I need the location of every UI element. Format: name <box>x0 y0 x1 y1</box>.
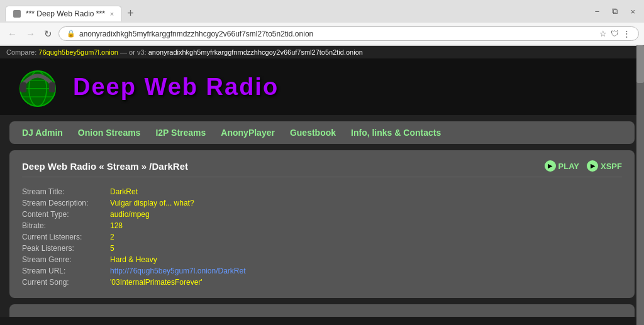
field-value: DarkRet <box>110 186 622 197</box>
scrollbar-thumb[interactable] <box>636 45 644 83</box>
back-button[interactable]: ← <box>5 27 19 40</box>
field-value: 5 <box>110 243 622 254</box>
tab-close-btn[interactable]: × <box>110 10 114 18</box>
nav-item-guestbook[interactable]: Guestbook <box>290 128 336 138</box>
field-label: Current Listeners: <box>22 231 110 243</box>
field-label: Peak Listeners: <box>22 243 110 254</box>
play-icon: ▶ <box>545 160 556 172</box>
nav-item-anony-player[interactable]: AnonyPlayer <box>221 128 275 138</box>
scrollbar-track[interactable] <box>636 45 644 325</box>
tab-title: *** Deep Web Radio *** <box>26 9 105 18</box>
browser-tab[interactable]: *** Deep Web Radio *** × <box>5 6 122 21</box>
page-body: Compare: 76qugh5bey5gum7l.onion — or v3:… <box>0 46 644 317</box>
bottom-card <box>9 304 635 317</box>
stream-field-row: Current Song:'03InternalPrimatesForever' <box>22 277 622 288</box>
compare-bar: Compare: 76qugh5bey5gum7l.onion — or v3:… <box>0 46 644 58</box>
stream-field-row: Peak Listeners:5 <box>22 243 622 254</box>
field-value: '03InternalPrimatesForever' <box>110 277 622 288</box>
nav-item-i2p-streams[interactable]: I2P Streams <box>155 128 206 138</box>
xspf-button[interactable]: ▶ XSPF <box>587 160 622 172</box>
field-label: Stream Description: <box>22 197 110 209</box>
address-text: anonyradixhkgh5myfrkarggfnmdzzhhcgoy2v66… <box>79 30 596 38</box>
site-title: Deep Web Radio <box>73 74 279 101</box>
stream-field-row: Stream Genre:Hard & Heavy <box>22 254 622 265</box>
nav-item-onion-streams[interactable]: Onion Streams <box>78 128 141 138</box>
stream-field-row: Content Type:audio/mpeg <box>22 209 622 220</box>
field-value: 128 <box>110 220 622 231</box>
stream-breadcrumb: Deep Web Radio « Stream » /DarkRet <box>22 161 188 172</box>
site-logo <box>13 65 63 109</box>
lock-icon: 🔒 <box>67 30 75 38</box>
minimize-button[interactable]: − <box>591 6 604 18</box>
field-value: 2 <box>110 231 622 243</box>
bookmark-icon[interactable]: ☆ <box>599 29 607 38</box>
nav-bar: DJ Admin Onion Streams I2P Streams Anony… <box>9 121 635 144</box>
field-label: Current Song: <box>22 277 110 288</box>
field-value: Hard & Heavy <box>110 254 622 265</box>
compare-v3: anonyradixhkgh5myfrkarggfnmdzzhhcgoy2v66… <box>148 48 363 56</box>
new-tab-button[interactable]: + <box>122 8 139 19</box>
compare-separator: — or v3: <box>120 48 147 56</box>
nav-item-dj-admin[interactable]: DJ Admin <box>22 128 63 138</box>
refresh-button[interactable]: ↻ <box>42 27 55 41</box>
nav-item-info[interactable]: Info, links & Contacts <box>351 128 441 138</box>
menu-icon[interactable]: ⋮ <box>623 29 631 38</box>
stream-field-row: Stream URL:http://76qugh5bey5gum7l.onion… <box>22 265 622 277</box>
field-label: Content Type: <box>22 209 110 220</box>
compare-v2: 76qugh5bey5gum7l.onion <box>38 48 118 56</box>
stream-card: Deep Web Radio « Stream » /DarkRet ▶ PLA… <box>9 150 635 298</box>
site-header: Deep Web Radio <box>0 58 644 115</box>
stream-actions: ▶ PLAY ▶ XSPF <box>545 160 622 172</box>
field-label: Stream Genre: <box>22 254 110 265</box>
restore-button[interactable]: ⧉ <box>608 5 621 18</box>
field-label: Bitrate: <box>22 220 110 231</box>
shield-icon[interactable]: 🛡 <box>611 29 619 38</box>
field-value[interactable]: http://76qugh5bey5gum7l.onion/DarkRet <box>110 265 622 277</box>
address-bar[interactable]: 🔒 anonyradixhkgh5myfrkarggfnmdzzhhcgoy2v… <box>58 26 639 41</box>
field-label: Stream URL: <box>22 265 110 277</box>
close-button[interactable]: × <box>626 6 639 18</box>
svg-rect-5 <box>20 82 26 92</box>
field-value: audio/mpeg <box>110 209 622 220</box>
play-label: PLAY <box>558 162 579 171</box>
forward-button[interactable]: → <box>23 27 38 40</box>
stream-field-row: Stream Title:DarkRet <box>22 186 622 197</box>
field-value: Vulgar display of... what? <box>110 197 622 209</box>
tab-favicon <box>13 10 21 18</box>
svg-rect-6 <box>49 82 55 92</box>
xspf-icon: ▶ <box>587 160 598 172</box>
stream-info-table: Stream Title:DarkRetStream Description:V… <box>22 186 622 288</box>
stream-header: Deep Web Radio « Stream » /DarkRet ▶ PLA… <box>22 160 622 177</box>
play-button[interactable]: ▶ PLAY <box>545 160 579 172</box>
field-label: Stream Title: <box>22 186 110 197</box>
xspf-label: XSPF <box>601 162 622 171</box>
compare-label: Compare: <box>6 48 36 56</box>
stream-field-row: Bitrate:128 <box>22 220 622 231</box>
stream-field-row: Current Listeners:2 <box>22 231 622 243</box>
stream-field-row: Stream Description:Vulgar display of... … <box>22 197 622 209</box>
